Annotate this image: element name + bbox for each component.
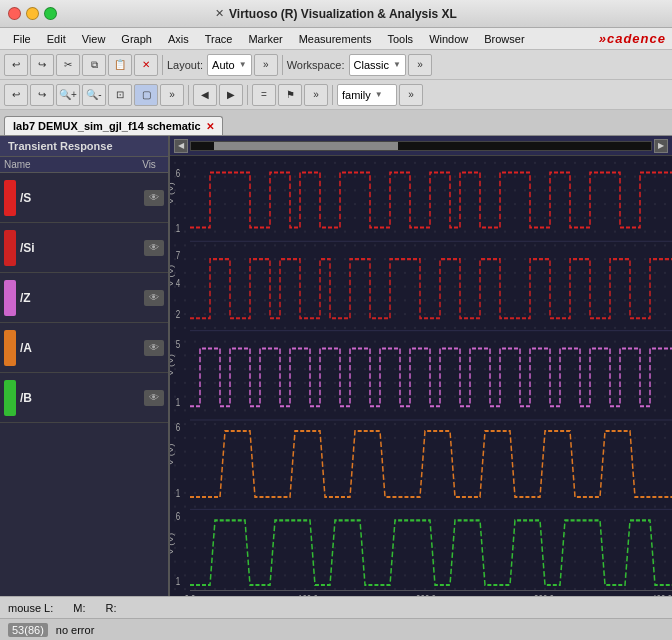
menu-file[interactable]: File — [6, 31, 38, 47]
signal-vis-b[interactable]: 👁 — [144, 390, 164, 406]
zoom-in-button[interactable]: 🔍+ — [56, 84, 80, 106]
svg-text:4: 4 — [176, 276, 181, 289]
separator-4 — [247, 85, 248, 105]
signal-color-b — [4, 380, 16, 416]
title-bar: ✕ Virtuoso (R) Visualization & Analysis … — [0, 0, 672, 28]
menu-graph[interactable]: Graph — [114, 31, 159, 47]
main-tab[interactable]: lab7 DEMUX_sim_gjl_f14 schematic ✕ — [4, 116, 223, 135]
workspace-dropdown[interactable]: Classic ▼ — [349, 54, 406, 76]
menu-tools[interactable]: Tools — [380, 31, 420, 47]
signal-color-a — [4, 330, 16, 366]
mouse-r-label: R: — [105, 602, 116, 614]
workspace-label: Workspace: — [287, 59, 345, 71]
tab-close-button[interactable]: ✕ — [206, 121, 214, 132]
signal-vis-z[interactable]: 👁 — [144, 290, 164, 306]
toolbar2-expand[interactable]: » — [160, 84, 184, 106]
layout-expand[interactable]: » — [254, 54, 278, 76]
select-button[interactable]: ▢ — [134, 84, 158, 106]
separator-3 — [188, 85, 189, 105]
menu-measurements[interactable]: Measurements — [292, 31, 379, 47]
layout-dropdown[interactable]: Auto ▼ — [207, 54, 252, 76]
forward-button[interactable]: ↪ — [30, 84, 54, 106]
signal-vis-a[interactable]: 👁 — [144, 340, 164, 356]
signal-panel: Transient Response Name Vis /S 👁 /Si 👁 /… — [0, 136, 170, 596]
scroll-thumb — [214, 142, 398, 150]
main-content: Transient Response Name Vis /S 👁 /Si 👁 /… — [0, 136, 672, 596]
cut-button[interactable]: ✂ — [56, 54, 80, 76]
paste-button[interactable]: 📋 — [108, 54, 132, 76]
col-vis-header: Vis — [134, 159, 164, 170]
window-controls — [8, 7, 57, 20]
svg-text:6: 6 — [176, 166, 180, 179]
family-arrow: ▼ — [375, 90, 383, 99]
copy-button[interactable]: ⧉ — [82, 54, 106, 76]
scroll-left[interactable]: ◀ — [174, 139, 188, 153]
menu-axis[interactable]: Axis — [161, 31, 196, 47]
layout-arrow: ▼ — [239, 60, 247, 69]
signal-row-b: /B 👁 — [0, 373, 168, 423]
family-expand[interactable]: » — [399, 84, 423, 106]
signal-row-z: /Z 👁 — [0, 273, 168, 323]
signal-name-s: /S — [20, 191, 144, 205]
svg-text:6: 6 — [176, 510, 180, 523]
svg-text:1: 1 — [176, 396, 180, 409]
menu-view[interactable]: View — [75, 31, 113, 47]
menu-edit[interactable]: Edit — [40, 31, 73, 47]
menu-trace[interactable]: Trace — [198, 31, 240, 47]
waveform-display[interactable]: 6 1 V (V) 7 4 2 V (V) 5 1 V (V) — [170, 156, 672, 596]
fit-button[interactable]: ⊡ — [108, 84, 132, 106]
svg-text:200.0: 200.0 — [416, 593, 436, 596]
svg-text:0.0: 0.0 — [184, 593, 195, 596]
signal-color-s — [4, 180, 16, 216]
toolbar3-expand[interactable]: » — [304, 84, 328, 106]
left-arrow-btn[interactable]: ◀ — [193, 84, 217, 106]
separator-5 — [332, 85, 333, 105]
signal-name-b: /B — [20, 391, 144, 405]
col-headers: Name Vis — [0, 157, 168, 173]
workspace-expand[interactable]: » — [408, 54, 432, 76]
svg-text:V (V): V (V) — [170, 182, 175, 204]
svg-text:V (V): V (V) — [170, 443, 175, 465]
close-button[interactable] — [8, 7, 21, 20]
svg-text:2: 2 — [176, 308, 180, 321]
svg-text:100.0: 100.0 — [298, 593, 318, 596]
panel-header: Transient Response — [0, 136, 168, 157]
menu-browser[interactable]: Browser — [477, 31, 531, 47]
calc-button[interactable]: = — [252, 84, 276, 106]
svg-text:1: 1 — [176, 575, 180, 588]
graph-area: ◀ ▶ 6 1 V (V) — [170, 136, 672, 596]
signal-vis-s[interactable]: 👁 — [144, 190, 164, 206]
minimize-button[interactable] — [26, 7, 39, 20]
right-arrow-btn[interactable]: ▶ — [219, 84, 243, 106]
layout-label: Layout: — [167, 59, 203, 71]
family-dropdown[interactable]: family ▼ — [337, 84, 397, 106]
status-bar-2: 53(86) no error — [0, 618, 672, 640]
signal-name-a: /A — [20, 341, 144, 355]
signal-row-s: /S 👁 — [0, 173, 168, 223]
back-button[interactable]: ↩ — [4, 84, 28, 106]
svg-text:V (V): V (V) — [170, 354, 175, 376]
status-number: 53(86) — [8, 623, 48, 637]
undo-button[interactable]: ↩ — [4, 54, 28, 76]
signal-color-z — [4, 280, 16, 316]
cadence-logo: »cadence — [599, 31, 666, 46]
signal-vis-si[interactable]: 👁 — [144, 240, 164, 256]
redo-button[interactable]: ↪ — [30, 54, 54, 76]
scroll-track[interactable] — [190, 141, 652, 151]
zoom-out-button[interactable]: 🔍- — [82, 84, 106, 106]
toolbar-2: ↩ ↪ 🔍+ 🔍- ⊡ ▢ » ◀ ▶ = ⚑ » family ▼ » — [0, 80, 672, 110]
layout-value: Auto — [212, 59, 235, 71]
svg-text:7: 7 — [176, 249, 180, 262]
svg-text:6: 6 — [176, 421, 180, 434]
signal-row-a: /A 👁 — [0, 323, 168, 373]
scroll-right[interactable]: ▶ — [654, 139, 668, 153]
signal-name-si: /Si — [20, 241, 144, 255]
maximize-button[interactable] — [44, 7, 57, 20]
app-icon: ✕ — [215, 7, 224, 20]
bookmark-button[interactable]: ⚑ — [278, 84, 302, 106]
status-message: no error — [56, 624, 95, 636]
delete-button[interactable]: ✕ — [134, 54, 158, 76]
window-title: Virtuoso (R) Visualization & Analysis XL — [229, 7, 457, 21]
menu-window[interactable]: Window — [422, 31, 475, 47]
menu-marker[interactable]: Marker — [241, 31, 289, 47]
